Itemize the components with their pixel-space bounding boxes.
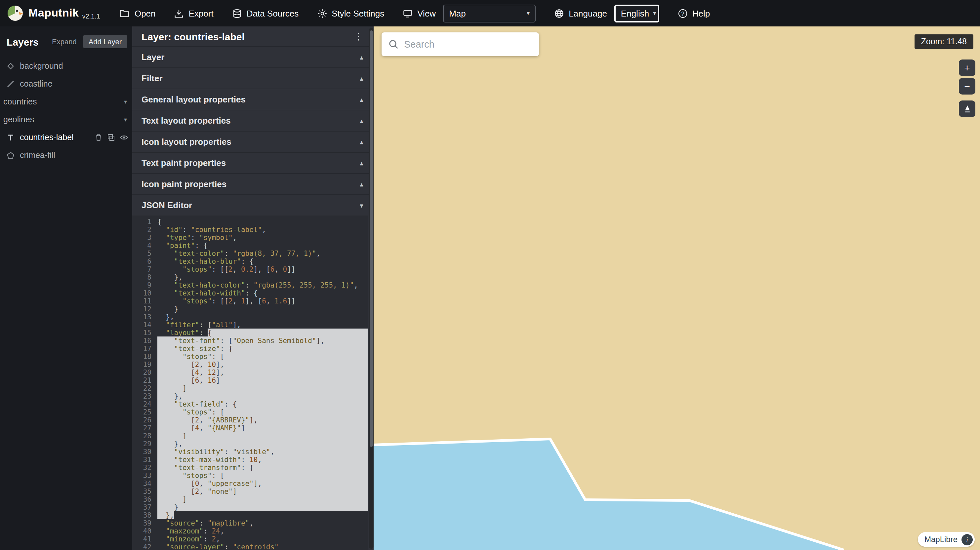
line-number: 21 — [132, 376, 158, 384]
map-canvas[interactable]: Zoom: 11.48 + − MapLibre i — [374, 27, 980, 550]
toggle-visibility-icon[interactable] — [120, 133, 128, 141]
layer-item-countries-label[interactable]: countries-label — [0, 128, 132, 146]
language-select[interactable]: English ▾ — [614, 4, 659, 22]
line-number: 34 — [132, 479, 158, 487]
duplicate-layer-icon[interactable] — [107, 133, 115, 141]
code-line: 13 }, — [132, 313, 368, 321]
code-line: 27 [4, "{NAME}"] — [132, 424, 368, 432]
code-line: 9 "text-halo-color": "rgba(255, 255, 255… — [132, 281, 368, 289]
layer-item-coastline[interactable]: coastline — [0, 75, 132, 92]
code-line: 3 "type": "symbol", — [132, 234, 368, 241]
section-icon-paint-properties[interactable]: Icon paint properties▴ — [132, 173, 374, 194]
app-name: Maputnik — [29, 6, 79, 20]
search-input[interactable] — [404, 39, 532, 49]
line-number: 40 — [132, 527, 158, 535]
line-number: 42 — [132, 543, 158, 550]
menu-style-settings[interactable]: Style Settings — [317, 8, 384, 18]
chevron-up-icon: ▴ — [360, 96, 363, 103]
menu-data-sources[interactable]: Data Sources — [232, 8, 299, 18]
menu-open[interactable]: Open — [120, 8, 156, 18]
menu-language-label: Language — [569, 8, 607, 18]
code-line: 24 "text-field": { — [132, 400, 368, 408]
map-coastline-graphic — [374, 27, 980, 550]
code-line: 38 }, — [132, 511, 368, 519]
code-line: 4 "paint": { — [132, 241, 368, 249]
json-editor-code[interactable]: 1{2 "id": "countries-label",3 "type": "s… — [132, 216, 368, 550]
code-line: 2 "id": "countries-label", — [132, 226, 368, 234]
code-line: 19 [2, 10], — [132, 360, 368, 368]
layer-group-label: countries — [3, 97, 37, 106]
menu-export[interactable]: Export — [174, 8, 213, 18]
line-number: 27 — [132, 424, 158, 432]
code-line: 16 "text-font": ["Open Sans Semibold"], — [132, 337, 368, 344]
layers-title: Layers — [6, 36, 39, 47]
layer-list: backgroundcoastlinecountries▾geolines▾co… — [0, 57, 132, 164]
line-number: 30 — [132, 448, 158, 455]
chevron-up-icon: ▴ — [360, 138, 363, 145]
line-number: 12 — [132, 305, 158, 313]
section-text-layout-properties[interactable]: Text layout properties▴ — [132, 110, 374, 131]
menu-view-label: View — [417, 8, 436, 18]
layer-group-label: geolines — [3, 115, 34, 124]
brand[interactable]: Maputnik v2.1.1 — [0, 5, 110, 22]
section-icon-layout-properties[interactable]: Icon layout properties▴ — [132, 131, 374, 152]
code-line: 18 "stops": [ — [132, 352, 368, 360]
layer-group-geolines[interactable]: geolines▾ — [0, 110, 132, 128]
info-icon[interactable]: i — [961, 534, 973, 545]
attribution-label[interactable]: MapLibre — [924, 535, 958, 544]
layer-item-background[interactable]: background — [0, 57, 132, 75]
delete-layer-icon[interactable] — [95, 133, 102, 141]
line-number: 11 — [132, 297, 158, 305]
section-general-layout-properties[interactable]: General layout properties▴ — [132, 89, 374, 110]
code-line: 22 ] — [132, 384, 368, 392]
chevron-up-icon: ▴ — [360, 54, 363, 60]
line-number: 18 — [132, 352, 158, 360]
folder-open-icon — [120, 8, 130, 18]
line-number: 25 — [132, 408, 158, 416]
zoom-in-button[interactable]: + — [959, 59, 975, 76]
section-label: Text layout properties — [142, 116, 231, 126]
panel-scrollbar[interactable] — [369, 28, 374, 549]
line-number: 38 — [132, 511, 158, 519]
view-icon — [403, 8, 413, 18]
app-version: v2.1.1 — [82, 13, 100, 22]
code-line: 8 }, — [132, 273, 368, 281]
view-select[interactable]: Map ▾ — [443, 4, 536, 22]
section-label: Layer — [142, 52, 164, 62]
code-line: 15 "layout": { — [132, 329, 368, 337]
section-json-editor[interactable]: JSON Editor▾ — [132, 194, 374, 216]
line-number: 39 — [132, 519, 158, 527]
help-icon: ? — [678, 8, 688, 18]
expand-button[interactable]: Expand — [52, 38, 77, 46]
menu-help-label: Help — [692, 8, 710, 18]
layer-item-label: coastline — [20, 79, 52, 88]
panel-scrollbar-thumb[interactable] — [370, 30, 373, 447]
layer-item-crimea-fill[interactable]: crimea-fill — [0, 146, 132, 164]
code-line: 42 "source-layer": "centroids" — [132, 543, 368, 550]
download-icon — [174, 8, 184, 18]
zoom-indicator: Zoom: 11.48 — [914, 34, 974, 49]
reset-north-button[interactable] — [959, 100, 975, 117]
add-layer-button[interactable]: Add Layer — [83, 35, 127, 48]
line-number: 37 — [132, 503, 158, 511]
line-number: 17 — [132, 344, 158, 352]
layer-item-label: countries-label — [20, 132, 74, 142]
section-label: Filter — [142, 73, 163, 83]
compass-icon — [963, 104, 972, 113]
chevron-down-icon: ▾ — [124, 98, 127, 105]
menu-open-label: Open — [135, 8, 156, 18]
line-number: 14 — [132, 321, 158, 329]
menu-help[interactable]: ? Help — [678, 8, 710, 18]
code-line: 37 } — [132, 503, 368, 511]
layer-group-countries[interactable]: countries▾ — [0, 92, 132, 110]
line-number: 31 — [132, 455, 158, 463]
section-layer[interactable]: Layer▴ — [132, 46, 374, 67]
code-line: 14 "filter": ["all"], — [132, 321, 368, 329]
line-number: 29 — [132, 440, 158, 448]
section-label: Icon paint properties — [142, 179, 226, 189]
layer-options-menu-icon[interactable]: ⋮ — [354, 31, 363, 41]
section-filter[interactable]: Filter▴ — [132, 67, 374, 89]
svg-text:?: ? — [681, 11, 684, 16]
zoom-out-button[interactable]: − — [959, 78, 975, 95]
section-text-paint-properties[interactable]: Text paint properties▴ — [132, 152, 374, 173]
